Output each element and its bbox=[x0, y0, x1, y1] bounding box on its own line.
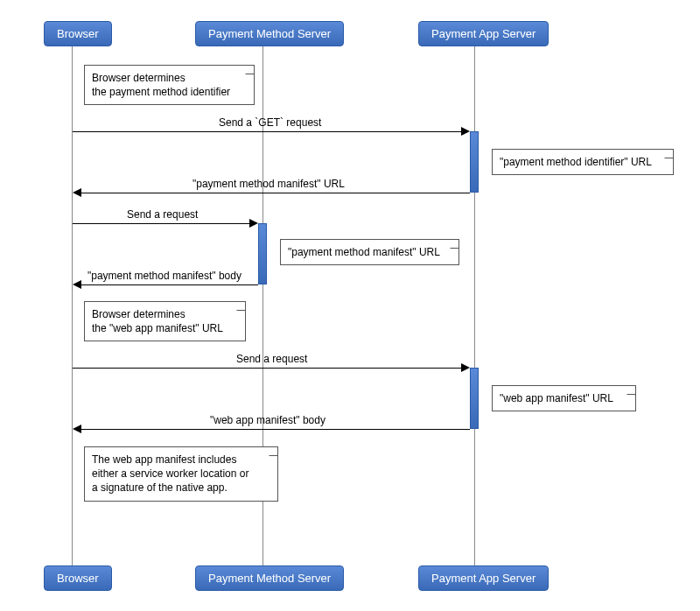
participant-pas-bottom: Payment App Server bbox=[418, 565, 549, 591]
participant-pms-bottom: Payment Method Server bbox=[195, 565, 344, 591]
msg-get-request: Send a `GET` request bbox=[219, 116, 321, 129]
note-line: either a service worker location or bbox=[92, 467, 248, 480]
note-line: "payment method manifest" URL bbox=[288, 246, 440, 258]
arrow-send-request-pms bbox=[73, 223, 256, 224]
arrowhead-icon bbox=[461, 363, 470, 372]
note-line: Browser determines bbox=[92, 72, 186, 84]
note-line: Browser determines bbox=[92, 308, 186, 320]
sequence-diagram: Browser Payment Method Server Payment Ap… bbox=[0, 0, 700, 611]
arrowhead-icon bbox=[249, 219, 258, 228]
arrowhead-icon bbox=[73, 188, 81, 197]
participant-browser-top: Browser bbox=[44, 21, 112, 46]
note-wam-includes: The web app manifest includes either a s… bbox=[84, 446, 278, 502]
label: Browser bbox=[57, 572, 99, 585]
msg-send-request-pas: Send a request bbox=[236, 353, 307, 365]
arrow-wam-body bbox=[75, 429, 470, 430]
label: Browser bbox=[57, 27, 99, 40]
activation-pas-1 bbox=[470, 131, 479, 193]
note-pmm-url-2: "payment method manifest" URL bbox=[280, 239, 459, 265]
msg-pmm-body: "payment method manifest" body bbox=[88, 270, 242, 282]
activation-pms bbox=[258, 223, 267, 284]
msg-pmm-url: "payment method manifest" URL bbox=[192, 178, 345, 190]
participant-pms-top: Payment Method Server bbox=[195, 21, 344, 46]
lifeline-pas bbox=[474, 44, 475, 565]
note-line: "web app manifest" URL bbox=[500, 392, 613, 404]
note-pmi-url: "payment method identifier" URL bbox=[492, 149, 674, 175]
arrowhead-icon bbox=[73, 280, 81, 289]
msg-send-request-pms: Send a request bbox=[127, 208, 198, 221]
note-line: the payment method identifier bbox=[92, 86, 230, 98]
note-line: The web app manifest includes bbox=[92, 453, 236, 466]
note-line: "payment method identifier" URL bbox=[500, 156, 652, 168]
arrow-pmm-body bbox=[75, 284, 258, 285]
note-line: a signature of the native app. bbox=[92, 481, 228, 494]
note-line: the "web app manifest" URL bbox=[92, 322, 223, 334]
arrowhead-icon bbox=[73, 425, 81, 433]
note-determine-wam: Browser determines the "web app manifest… bbox=[84, 301, 246, 341]
arrowhead-icon bbox=[461, 127, 470, 136]
participant-browser-bottom: Browser bbox=[44, 565, 112, 591]
activation-pas-2 bbox=[470, 368, 479, 429]
label: Payment Method Server bbox=[208, 27, 331, 40]
note-wam-url: "web app manifest" URL bbox=[492, 385, 636, 411]
arrow-pmm-url bbox=[75, 193, 470, 193]
label: Payment App Server bbox=[431, 572, 536, 585]
msg-wam-body: "web app manifest" body bbox=[210, 414, 326, 426]
participant-pas-top: Payment App Server bbox=[418, 21, 549, 46]
arrow-send-request-pas bbox=[73, 368, 467, 369]
note-determine-pmi: Browser determines the payment method id… bbox=[84, 65, 255, 105]
lifeline-browser bbox=[72, 44, 73, 565]
arrow-get-request bbox=[73, 131, 467, 132]
label: Payment App Server bbox=[431, 27, 536, 40]
label: Payment Method Server bbox=[208, 572, 331, 585]
